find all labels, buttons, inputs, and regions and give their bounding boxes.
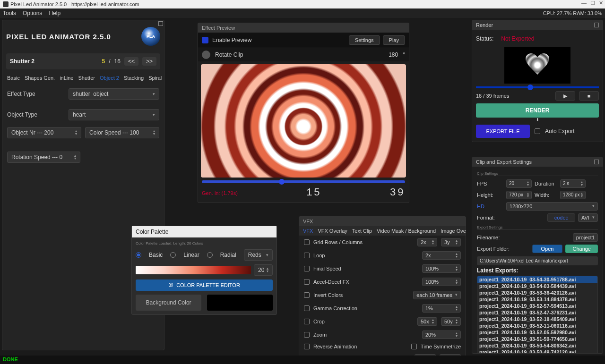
tab-shapes[interactable]: Shapes Gen.	[25, 75, 55, 81]
menu-options[interactable]: Options	[23, 10, 42, 17]
tab-shutter[interactable]: Shutter	[78, 75, 95, 81]
auto-export-checkbox[interactable]	[535, 128, 540, 134]
preview-panel: Effect Preview Enable Preview Settings P…	[198, 23, 409, 203]
menubar: Tools Options Help CPU: 27.7% RAM: 33.0%	[0, 8, 605, 18]
tab-stacking[interactable]: Stacking	[124, 75, 144, 81]
format-select[interactable]: AVI	[578, 213, 598, 222]
render-collapse-icon[interactable]	[594, 23, 599, 27]
grid-checkbox[interactable]	[304, 239, 310, 245]
loop-checkbox[interactable]	[304, 253, 310, 258]
next-button[interactable]: >>	[142, 57, 156, 66]
render-slider-thumb[interactable]	[527, 85, 533, 90]
export-file-button[interactable]: EXPORT FILE	[476, 125, 530, 138]
background-color-button[interactable]: Background Color	[136, 295, 201, 311]
duration-spinner[interactable]: 2 s	[560, 179, 586, 188]
export-item[interactable]: project1_2024-10-19_03-50-54-806342.avi	[477, 342, 597, 349]
grid-y-spinner[interactable]: 3y	[441, 238, 461, 246]
export-item[interactable]: project1_2024-10-19_03-52-18-485409.avi	[477, 316, 597, 322]
palette-preset-select[interactable]: Reds	[244, 249, 273, 261]
panel-collapse-icon[interactable]	[158, 21, 163, 26]
render-stop-button[interactable]: ■	[579, 91, 599, 101]
preview-settings-button[interactable]: Settings	[349, 35, 380, 45]
minimize-icon[interactable]: —	[581, 0, 587, 6]
tab-basic[interactable]: Basic	[7, 75, 20, 81]
menu-help[interactable]: Help	[49, 10, 60, 17]
palette-editor-button[interactable]: ⦿ COLOR PALETTE EDITOR	[136, 279, 273, 291]
prev-button[interactable]: <<	[124, 57, 138, 66]
invert-checkbox[interactable]	[304, 292, 310, 298]
object-nr-spinner[interactable]: Object Nr --- 200	[7, 127, 81, 138]
accel-spinner[interactable]: 100%	[422, 278, 461, 286]
vfx-tab-image[interactable]: Image Overlay	[441, 228, 466, 234]
color-speed-spinner[interactable]: Color Speed --- 100	[85, 127, 159, 138]
finalspeed-spinner[interactable]: 100%	[422, 264, 461, 273]
palette-gradient[interactable]	[136, 266, 251, 274]
fps-spinner[interactable]: 20	[506, 179, 532, 188]
resolution-select[interactable]: 1280x720	[506, 202, 598, 211]
gamma-checkbox[interactable]	[304, 305, 310, 311]
vfx-tab-text[interactable]: Text Clip	[352, 228, 372, 234]
zoom-checkbox[interactable]	[304, 332, 310, 338]
render-play-button[interactable]: ▶	[555, 91, 575, 101]
enable-preview-checkbox[interactable]	[202, 37, 208, 43]
export-item[interactable]: project1_2024-10-19_03-52-05-592980.avi	[477, 329, 597, 336]
width-spinner[interactable]: 1280 px	[560, 191, 586, 199]
grid-x-spinner[interactable]: 2x	[417, 238, 437, 246]
render-button[interactable]: RENDER	[476, 103, 599, 118]
crop-x-spinner[interactable]: 50x	[417, 317, 437, 326]
tab-spiral[interactable]: Spiral	[148, 75, 162, 81]
zoom-spinner[interactable]: 20%	[422, 330, 461, 339]
gamma-spinner[interactable]: 1%	[422, 304, 461, 313]
export-item[interactable]: project1_2024-10-19_03-53-36-420126.avi	[477, 289, 597, 296]
palette-count-spinner[interactable]: 20	[254, 264, 273, 276]
export-item[interactable]: project1_2024-10-19_03-54-30-951788.avi	[477, 276, 597, 283]
reverse-checkbox[interactable]	[304, 344, 310, 349]
object-type-select[interactable]: heart	[69, 109, 159, 120]
export-item[interactable]: project1_2024-10-19_03-50-49-742120.avi	[477, 349, 597, 354]
invert-select[interactable]: each 10 frames	[413, 291, 461, 299]
effect-type-select[interactable]: shutter_object	[69, 88, 159, 100]
export-item[interactable]: project1_2024-10-19_03-53-14-884378.avi	[477, 296, 597, 303]
open-folder-button[interactable]: Open	[532, 245, 563, 253]
crop-checkbox[interactable]	[304, 319, 310, 324]
preview-timeline[interactable]	[202, 180, 405, 183]
export-item[interactable]: project1_2024-10-19_03-52-57-594513.avi	[477, 303, 597, 309]
mode-linear-radio[interactable]	[170, 252, 176, 258]
app-icon	[3, 1, 9, 7]
codec-button[interactable]: codec	[547, 213, 575, 222]
rotate-dial-icon[interactable]	[202, 51, 210, 59]
page-current: 5	[102, 58, 105, 65]
mode-radial-radio[interactable]	[207, 252, 213, 258]
tab-object2[interactable]: Object 2	[100, 75, 119, 81]
crop-y-spinner[interactable]: 50y	[441, 317, 461, 326]
tab-inline[interactable]: inLine	[60, 75, 73, 81]
export-item[interactable]: project1_2024-10-19_03-52-47-376231.avi	[477, 309, 597, 316]
filename-input[interactable]: project1	[573, 233, 598, 242]
accel-checkbox[interactable]	[304, 279, 310, 285]
maximize-icon[interactable]: ☐	[590, 0, 595, 6]
export-item[interactable]: project1_2024-10-19_03-51-59-774650.avi	[477, 336, 597, 342]
finalspeed-checkbox[interactable]	[304, 266, 310, 271]
close-icon[interactable]: ✕	[599, 0, 603, 6]
export-path: C:\Users\Win10\Pixel Led Animator\export	[477, 256, 598, 265]
render-slider[interactable]	[476, 86, 599, 88]
mode-basic-radio[interactable]	[136, 252, 141, 258]
vfx-tab-mask[interactable]: Video Mask / Background	[377, 228, 436, 234]
loop-spinner[interactable]: 2x	[422, 251, 461, 260]
timeline-thumb[interactable]	[279, 179, 285, 185]
vfx-tab-vfx[interactable]: VFX	[303, 228, 313, 234]
preview-play-button[interactable]: Play	[383, 35, 405, 45]
background-color-swatch[interactable]	[207, 295, 273, 311]
auto-export-label: Auto Export	[545, 128, 575, 135]
export-item[interactable]: project1_2024-10-19_03-54-03-584439.avi	[477, 283, 597, 289]
export-item[interactable]: project1_2024-10-19_03-52-11-060116.avi	[477, 322, 597, 329]
window-title: Pixel Led Animator 2.5.0 - https://pixel…	[10, 1, 139, 7]
exports-list[interactable]: project1_2024-10-19_03-54-30-951788.avi …	[477, 276, 598, 354]
height-spinner[interactable]: 720 px	[506, 191, 532, 199]
change-folder-button[interactable]: Change	[565, 245, 598, 253]
menu-tools[interactable]: Tools	[3, 10, 16, 17]
rotation-speed-spinner[interactable]: Rotation Speed --- 0	[7, 152, 80, 163]
clip-collapse-icon[interactable]	[594, 160, 599, 164]
vfx-tab-overlay[interactable]: VFX Overlay	[318, 228, 347, 234]
timesym-checkbox[interactable]	[411, 344, 417, 349]
